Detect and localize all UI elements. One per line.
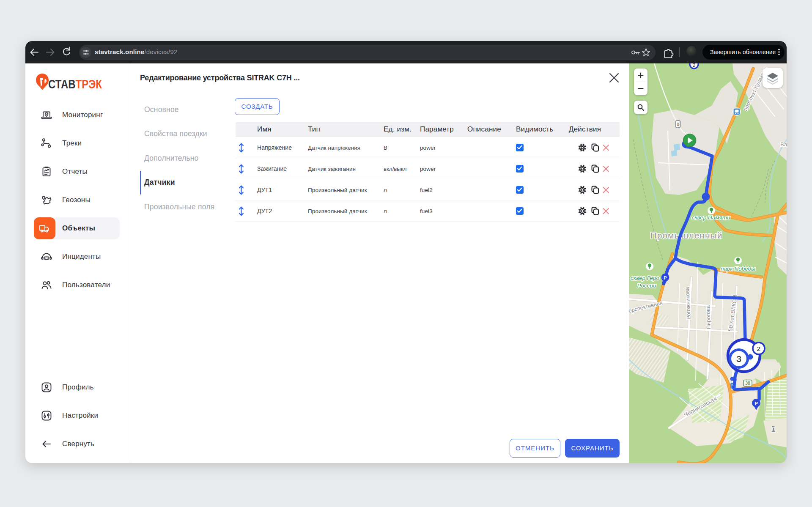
svg-text:P: P <box>754 401 758 406</box>
svg-text:2: 2 <box>757 345 760 352</box>
svg-text:P: P <box>664 275 667 280</box>
svg-text:0: 0 <box>677 122 679 127</box>
svg-text:России: России <box>637 282 656 289</box>
svg-text:Пирогова: Пирогова <box>705 305 712 329</box>
svg-text:Васильковая: Васильковая <box>780 141 787 148</box>
svg-text:парк Победы: парк Победы <box>721 266 755 272</box>
svg-text:3: 3 <box>736 354 741 364</box>
svg-text:38: 38 <box>745 381 750 386</box>
svg-text:сквер Памяти: сквер Памяти <box>691 214 730 221</box>
svg-text:сквер Геро: сквер Геро <box>631 275 659 281</box>
svg-text:Промышленный: Промышленный <box>650 230 723 240</box>
svg-text:2: 2 <box>693 63 695 68</box>
